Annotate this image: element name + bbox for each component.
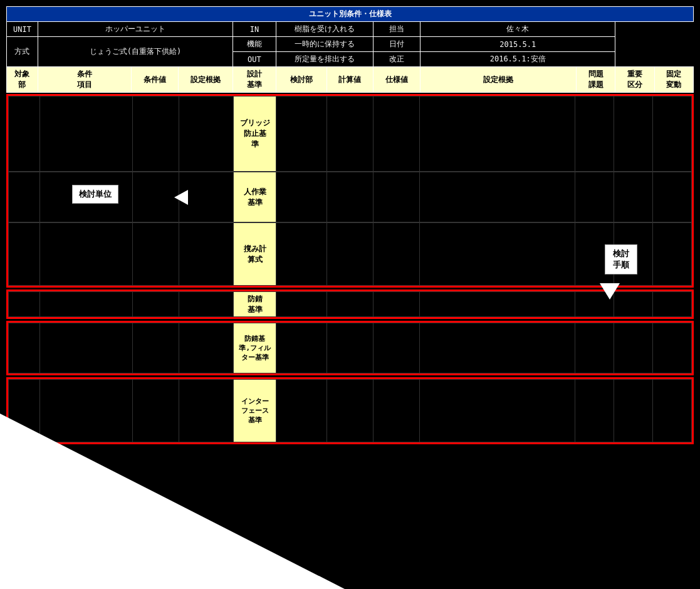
col-joken-chi: 条件値 bbox=[132, 67, 179, 93]
arrow-left-icon bbox=[174, 190, 188, 205]
unit-value: ホッパーユニット bbox=[38, 22, 232, 37]
col-mondai: 問題課題 bbox=[577, 67, 615, 93]
in-value: 樹脂を受け入れる bbox=[276, 22, 374, 37]
col-settei2: 設定根拠 bbox=[421, 67, 577, 93]
houshiki-label: 方式 bbox=[7, 37, 38, 67]
section2-label: 人作業基準 bbox=[234, 172, 276, 222]
col-shiyou: 仕様値 bbox=[374, 67, 421, 93]
hizuke-label: 日付 bbox=[374, 37, 421, 52]
section-interface: インターフェース基準 bbox=[6, 377, 694, 444]
houshiki-value: じょうご式(自重落下供給) bbox=[38, 37, 232, 67]
section-filter-table: 防錆基準,フィルター基準 bbox=[8, 323, 692, 373]
annotation-kentou-tejun: 検討手順 bbox=[605, 244, 637, 274]
kino-label: 機能 bbox=[233, 37, 276, 52]
col-kotei: 固定変動 bbox=[654, 67, 693, 93]
full-layout: ユニット別条件・仕様表 UNIT ホッパーユニット IN 樹脂を受け入れる 担当… bbox=[6, 6, 694, 444]
out-label: OUT bbox=[233, 52, 276, 67]
section-bousabi-table: 防錆基準 bbox=[8, 291, 692, 317]
section5-label: 防錆基準,フィルター基準 bbox=[234, 323, 276, 373]
title-cell: ユニット別条件・仕様表 bbox=[7, 7, 694, 22]
tanto-label: 担当 bbox=[374, 22, 421, 37]
col-joken: 条件項目 bbox=[38, 67, 131, 93]
tanto-value: 佐々木 bbox=[421, 22, 615, 37]
kasei-value: 2016.5.1:安倍 bbox=[421, 52, 615, 67]
col-juyo: 重要区分 bbox=[615, 67, 654, 93]
col-sekkei: 設計基準 bbox=[233, 67, 276, 93]
header-table: ユニット別条件・仕様表 UNIT ホッパーユニット IN 樹脂を受け入れる 担当… bbox=[6, 6, 694, 93]
unit-label: UNIT bbox=[7, 22, 38, 37]
col-kento-bu: 検討部 bbox=[276, 67, 326, 93]
section6-label: インターフェース基準 bbox=[234, 380, 276, 442]
section4-label: 防錆基準 bbox=[234, 292, 276, 317]
kino-value: 一時的に保持する bbox=[276, 37, 374, 52]
section3-label: 撹み計算式 bbox=[234, 223, 276, 286]
col-settei: 設定根拠 bbox=[178, 67, 232, 93]
in-label: IN bbox=[233, 22, 276, 37]
section1-label: ブリッジ防止基準 bbox=[234, 96, 276, 172]
arrow-down-icon bbox=[600, 283, 620, 300]
kasei-label: 改正 bbox=[374, 52, 421, 67]
col-keisan: 計算値 bbox=[326, 67, 374, 93]
col-taisho: 対象部 bbox=[7, 67, 38, 93]
hizuke-value: 2015.5.1 bbox=[421, 37, 615, 52]
out-value: 所定量を排出する bbox=[276, 52, 374, 67]
section-bousabi: 防錆基準 bbox=[6, 289, 694, 319]
section-interface-table: インターフェース基準 bbox=[8, 379, 692, 442]
section-filter: 防錆基準,フィルター基準 bbox=[6, 321, 694, 375]
page-wrapper: ユニット別条件・仕様表 UNIT ホッパーユニット IN 樹脂を受け入れる 担当… bbox=[0, 0, 700, 589]
annotation-kentou-unit: 検討単位 bbox=[72, 185, 118, 204]
